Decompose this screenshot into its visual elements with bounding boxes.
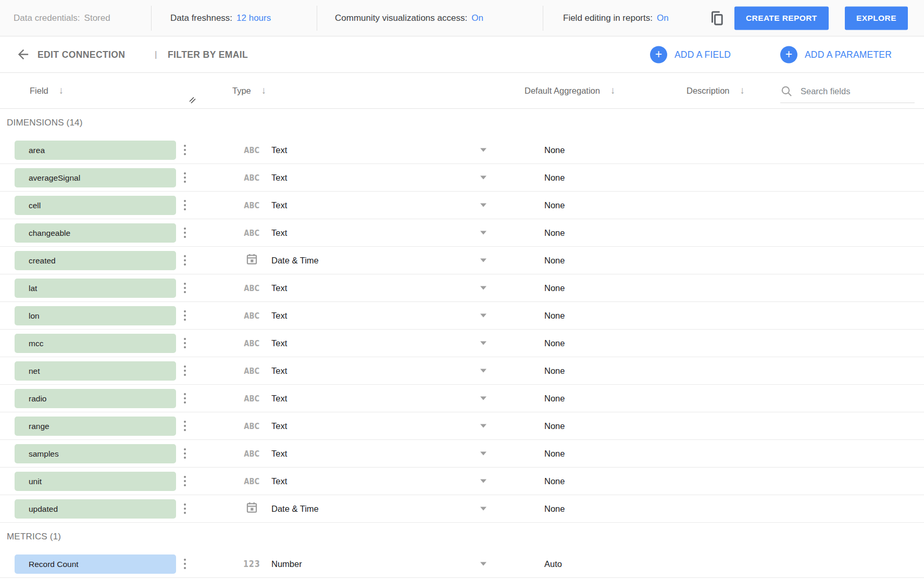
aggregation-select[interactable]: None [544, 357, 607, 384]
data-freshness-value[interactable]: 12 hours [236, 13, 271, 23]
field-options-menu-icon[interactable] [182, 391, 188, 406]
community-visualizations-value[interactable]: On [471, 13, 483, 23]
field-chip[interactable]: radio [15, 389, 176, 408]
aggregation-select[interactable]: None [544, 274, 607, 301]
copy-icon[interactable] [706, 7, 727, 30]
field-type-select[interactable]: ABC 123 Date & Time [234, 495, 494, 522]
field-options-menu-icon[interactable] [182, 225, 188, 240]
field-chip[interactable]: samples [15, 444, 176, 463]
description-cell[interactable] [686, 385, 780, 412]
field-editing-status[interactable]: Field editing in reports: On [563, 13, 669, 23]
field-options-menu-icon[interactable] [182, 143, 188, 157]
field-type-select[interactable]: ABC 123 Text [234, 440, 494, 467]
filter-by-email-button[interactable]: FILTER BY EMAIL [168, 49, 248, 60]
field-options-menu-icon[interactable] [182, 419, 188, 433]
field-options-menu-icon[interactable] [182, 474, 188, 488]
aggregation-select[interactable]: None [544, 385, 607, 412]
type-sort-icon[interactable]: ↓ [261, 85, 267, 96]
add-parameter-button[interactable]: + ADD A PARAMETER [780, 46, 892, 63]
field-type-select[interactable]: ABC 123 Text [234, 274, 494, 301]
create-report-button[interactable]: CREATE REPORT [734, 6, 829, 30]
field-chip[interactable]: created [15, 251, 176, 270]
field-chip[interactable]: cell [15, 196, 176, 215]
aggregation-sort-icon[interactable]: ↓ [610, 85, 616, 96]
field-column-resize-handle[interactable] [188, 96, 197, 107]
aggregation-select[interactable]: None [544, 440, 607, 467]
field-options-menu-icon[interactable] [182, 336, 188, 350]
aggregation-select[interactable]: None [544, 330, 607, 357]
aggregation-select[interactable]: None [544, 468, 607, 495]
description-cell[interactable] [686, 302, 780, 329]
field-options-menu-icon[interactable] [182, 363, 188, 378]
field-options-menu-icon[interactable] [182, 198, 188, 212]
field-type-select[interactable]: ABC 123 Text [234, 412, 494, 439]
description-cell[interactable] [686, 219, 780, 246]
field-options-menu-icon[interactable] [182, 170, 188, 185]
field-type-select[interactable]: ABC 123 Text [234, 219, 494, 246]
description-cell[interactable] [686, 440, 780, 467]
field-type-select[interactable]: ABC 123 Text [234, 357, 494, 384]
add-field-button[interactable]: + ADD A FIELD [650, 46, 731, 63]
field-chip[interactable]: lon [15, 306, 176, 325]
field-options-menu-icon[interactable] [182, 446, 188, 461]
description-cell[interactable] [686, 164, 780, 191]
field-type-select[interactable]: ABC 123 Date & Time [234, 247, 494, 274]
field-chip[interactable]: range [15, 417, 176, 436]
search-fields-input[interactable] [801, 86, 905, 96]
field-type-select[interactable]: ABC 123 Text [234, 385, 494, 412]
field-options-menu-icon[interactable] [182, 281, 188, 295]
field-chip[interactable]: updated [15, 499, 176, 519]
aggregation-select[interactable]: None [544, 192, 607, 219]
field-type-label: Text [271, 394, 287, 404]
explore-button[interactable]: EXPLORE [845, 6, 908, 30]
description-cell[interactable] [686, 357, 780, 384]
data-freshness-status[interactable]: Data freshness: 12 hours [170, 13, 271, 23]
back-button[interactable] [13, 44, 33, 65]
field-chip[interactable]: mcc [15, 334, 176, 353]
description-cell[interactable] [686, 330, 780, 357]
description-cell[interactable] [686, 136, 780, 163]
field-options-menu-icon[interactable] [182, 308, 188, 323]
field-type-select[interactable]: ABC 123 Text [234, 330, 494, 357]
description-cell[interactable] [686, 274, 780, 301]
description-cell[interactable] [686, 412, 780, 439]
community-visualizations-status[interactable]: Community visualizations access: On [335, 13, 483, 23]
description-cell[interactable] [686, 247, 780, 274]
aggregation-select[interactable]: Auto [544, 550, 607, 577]
aggregation-select[interactable]: None [544, 302, 607, 329]
field-type-select[interactable]: ABC 123 Text [234, 468, 494, 495]
field-chip[interactable]: area [15, 141, 176, 160]
description-cell[interactable] [686, 495, 780, 522]
description-cell[interactable] [686, 550, 780, 577]
field-options-menu-icon[interactable] [182, 557, 188, 571]
field-chip[interactable]: unit [15, 472, 176, 491]
field-options-menu-icon[interactable] [182, 501, 188, 516]
field-options-menu-icon[interactable] [182, 253, 188, 268]
field-type-select[interactable]: ABC 123 Text [234, 136, 494, 163]
field-chip[interactable]: net [15, 361, 176, 381]
field-type-select[interactable]: ABC 123 Text [234, 192, 494, 219]
data-credentials-status[interactable]: Data credentials: Stored [14, 13, 110, 23]
description-sort-icon[interactable]: ↓ [740, 85, 745, 96]
aggregation-select[interactable]: None [544, 136, 607, 163]
field-chip-label: area [29, 146, 45, 155]
field-chip[interactable]: averageSignal [15, 168, 176, 187]
field-chip[interactable]: changeable [15, 223, 176, 243]
aggregation-select[interactable]: None [544, 164, 607, 191]
field-type-select[interactable]: ABC 123 Text [234, 302, 494, 329]
aggregation-select[interactable]: None [544, 219, 607, 246]
field-chip[interactable]: Record Count [15, 554, 176, 574]
description-cell[interactable] [686, 468, 780, 495]
description-cell[interactable] [686, 192, 780, 219]
type-column-header: Type ↓ [232, 85, 266, 96]
aggregation-select[interactable]: None [544, 495, 607, 522]
aggregation-select[interactable]: None [544, 412, 607, 439]
field-type-select[interactable]: ABC 123 Number [234, 550, 494, 577]
field-chip[interactable]: lat [15, 279, 176, 298]
dropdown-caret-icon [480, 507, 486, 511]
edit-connection-button[interactable]: EDIT CONNECTION [38, 49, 125, 60]
field-editing-value[interactable]: On [657, 13, 669, 23]
field-sort-icon[interactable]: ↓ [59, 85, 64, 96]
field-type-select[interactable]: ABC 123 Text [234, 164, 494, 191]
aggregation-select[interactable]: None [544, 247, 607, 274]
